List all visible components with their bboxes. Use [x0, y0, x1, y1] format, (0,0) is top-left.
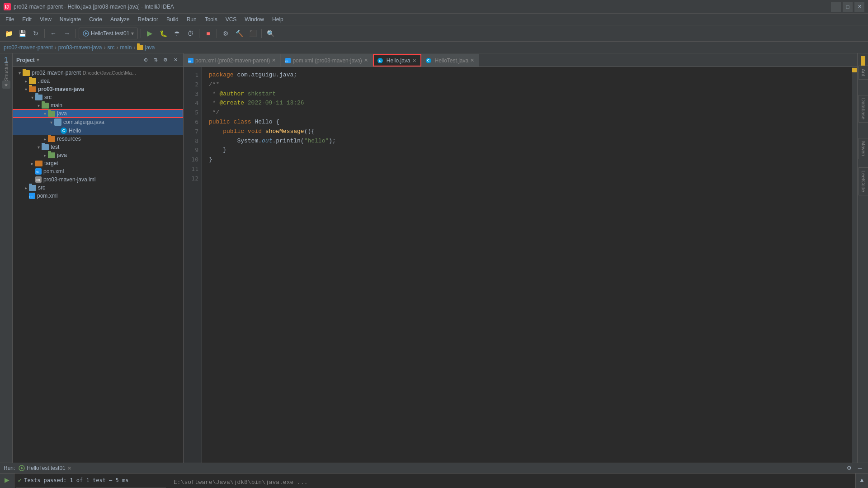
run-scroll-up[interactable]: ▲ — [858, 475, 867, 484]
menu-code[interactable]: Code — [85, 15, 106, 24]
tree-item-main[interactable]: main — [13, 101, 183, 109]
menu-file[interactable]: File — [2, 15, 18, 24]
forward-button[interactable]: → — [61, 28, 73, 39]
tree-item-pom-root[interactable]: m pom.xml — [13, 192, 183, 200]
menu-help[interactable]: Help — [269, 15, 287, 24]
left-sidebar: 1 Structure ★ — [0, 53, 13, 463]
run-tab-label: HelloTest.test01 — [27, 465, 65, 471]
sidebar-structure-icon[interactable]: Structure — [1, 66, 11, 76]
toolbar: 📁 💾 ↻ ← → HelloTest.test01 ▾ ▶ 🐛 ☂ ⏱ ■ ⚙… — [0, 25, 868, 42]
tab-pom-parent[interactable]: m pom.xml (pro02-maven-parent) ✕ — [184, 54, 281, 66]
tree-item-test-java[interactable]: java — [13, 151, 183, 159]
new-project-button[interactable]: 📁 — [3, 28, 14, 39]
run-checkbox-button[interactable]: ☑ — [3, 486, 12, 488]
maven-tab[interactable]: Maven — [859, 138, 868, 159]
tree-item-pom1[interactable]: m pom.xml — [13, 167, 183, 175]
coverage-button[interactable]: ☂ — [171, 28, 183, 39]
tree-item-pro03[interactable]: pro03-maven-java — [13, 85, 183, 93]
code-line-9: System.out.println("hello"); — [209, 137, 844, 146]
run-again-button[interactable]: ▶ — [3, 475, 12, 484]
run-panel-settings-btn[interactable]: ⚙ — [844, 464, 854, 473]
run-config-selector[interactable]: HelloTest.test01 ▾ — [79, 28, 138, 39]
run-button[interactable]: ▶ — [144, 28, 156, 39]
run-tab[interactable]: HelloTest.test01 ✕ — [19, 465, 71, 471]
tree-item-resources[interactable]: resources — [13, 135, 183, 143]
tree-item-root[interactable]: pro02-maven-parent D:\code\JavaCode\Ma..… — [13, 69, 183, 77]
close-button[interactable]: ✕ — [854, 2, 864, 12]
scroll-marker-1 — [852, 68, 857, 72]
menu-run[interactable]: Run — [183, 15, 200, 24]
tree-item-pkg[interactable]: com.atguigu.java — [13, 118, 183, 127]
project-panel-settings-button[interactable]: ⚙ — [161, 56, 170, 64]
tab-hello-close[interactable]: ✕ — [412, 58, 416, 64]
menu-build[interactable]: Build — [163, 15, 182, 24]
window-controls: ─ □ ✕ — [831, 2, 864, 12]
breadcrumb-main[interactable]: main — [120, 44, 132, 51]
run-tab-close[interactable]: ✕ — [67, 465, 71, 471]
menu-edit[interactable]: Edit — [19, 15, 35, 24]
run-panel-close-btn[interactable]: ─ — [855, 464, 864, 473]
tree-item-src[interactable]: src — [13, 93, 183, 101]
leetcode-tab[interactable]: LeetCode — [859, 167, 868, 195]
tree-item-test[interactable]: test — [13, 143, 183, 151]
tab-hello[interactable]: C Hello.java ✕ — [373, 54, 421, 66]
tree-item-iml[interactable]: IML pro03-maven-java.iml — [13, 175, 183, 184]
test-status-label: Tests passed: 1 of 1 test – 5 ms — [24, 477, 128, 483]
menu-window[interactable]: Window — [241, 15, 268, 24]
minimize-button[interactable]: ─ — [831, 2, 841, 12]
menu-refactor[interactable]: Refactor — [134, 15, 162, 24]
project-panel-expand-button[interactable]: ⇅ — [151, 56, 160, 64]
breadcrumb-src[interactable]: src — [107, 44, 114, 51]
ant-tab[interactable]: Ant — [859, 66, 868, 80]
save-button[interactable]: 💾 — [16, 28, 28, 39]
tree-item-hello[interactable]: C Hello — [13, 127, 183, 135]
breadcrumb-pro03[interactable]: pro03-maven-java — [58, 44, 102, 51]
menu-analyze[interactable]: Analyze — [107, 15, 133, 24]
tree-item-target[interactable]: target — [13, 159, 183, 167]
menu-navigate[interactable]: Navigate — [56, 15, 85, 24]
tab-hellotest[interactable]: C HelloTest.java ✕ — [421, 54, 480, 66]
favorites-icon[interactable]: ★ — [2, 81, 10, 89]
code-content[interactable]: package com.atguigu.java; /** * @author … — [202, 67, 852, 463]
menu-view[interactable]: View — [36, 15, 55, 24]
tab-hello-icon: C — [377, 58, 383, 63]
pom-root-icon: m — [29, 193, 35, 199]
editor-scrollbar[interactable] — [852, 67, 857, 463]
tree-arrow-java — [42, 111, 48, 116]
tab-pom-pro03-close[interactable]: ✕ — [364, 57, 368, 63]
code-editor: 1 2 3 4 5 6 7 8 9 10 11 12 package com.a… — [184, 67, 857, 463]
tab-hellotest-close[interactable]: ✕ — [470, 57, 474, 63]
project-panel-locate-button[interactable]: ⊕ — [142, 56, 150, 64]
profile-button[interactable]: ⏱ — [184, 28, 196, 39]
breadcrumb: pro02-maven-parent › pro03-maven-java › … — [0, 42, 868, 53]
tree-arrow-src2 — [23, 185, 29, 190]
debug-button[interactable]: 🐛 — [157, 28, 169, 39]
sync-button[interactable]: ↻ — [30, 28, 42, 39]
back-button[interactable]: ← — [47, 28, 59, 39]
build-project-button[interactable]: 🔨 — [233, 28, 245, 39]
stop-button[interactable]: ■ — [202, 28, 214, 39]
database-tab[interactable]: Database — [859, 95, 868, 123]
toolbar-separator-5 — [217, 29, 217, 38]
line-num-5: 5 — [186, 108, 198, 118]
settings-button[interactable]: ⚙ — [220, 28, 231, 39]
hello-class-icon: C — [61, 128, 67, 134]
tree-item-idea[interactable]: .idea — [13, 77, 183, 85]
menu-vcs[interactable]: VCS — [222, 15, 241, 24]
breadcrumb-pro02[interactable]: pro02-maven-parent — [4, 44, 53, 51]
menu-tools[interactable]: Tools — [201, 15, 221, 24]
breadcrumb-java[interactable]: java — [137, 44, 155, 51]
tree-item-src2[interactable]: src — [13, 184, 183, 192]
tab-pom-pro03[interactable]: m pom.xml (pro03-maven-java) ✕ — [281, 54, 373, 66]
maximize-button[interactable]: □ — [843, 2, 853, 12]
project-panel-close-button[interactable]: ✕ — [171, 56, 179, 64]
tree-item-java[interactable]: java — [13, 109, 183, 118]
tab-pom-parent-close[interactable]: ✕ — [272, 57, 276, 63]
test-java-folder-icon — [48, 152, 55, 158]
project-panel-dropdown-icon[interactable]: ▾ — [37, 57, 39, 63]
line-num-2: 2 — [186, 80, 198, 90]
terminal-button[interactable]: ⬛ — [247, 28, 259, 39]
run-scroll-down[interactable]: ▼ — [858, 486, 867, 488]
tree-label-iml: pro03-maven-java.iml — [43, 176, 95, 183]
search-everywhere-button[interactable]: 🔍 — [264, 28, 276, 39]
